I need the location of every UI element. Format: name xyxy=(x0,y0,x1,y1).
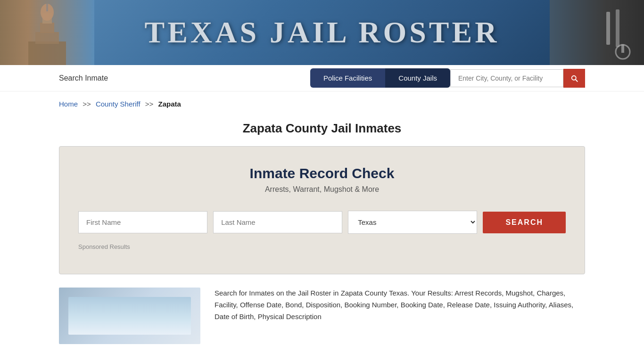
breadcrumb-separator-2: >> xyxy=(145,100,154,108)
page-title: Zapata County Jail Inmates xyxy=(0,121,644,136)
svg-rect-10 xyxy=(621,44,624,53)
breadcrumb-current: Zapata xyxy=(158,100,181,108)
first-name-input[interactable] xyxy=(78,211,207,233)
svg-rect-7 xyxy=(616,9,619,47)
police-facilities-button[interactable]: Police Facilities xyxy=(310,68,385,88)
svg-rect-1 xyxy=(35,32,59,44)
record-search-button[interactable]: SEARCH xyxy=(483,212,566,233)
search-inmate-label: Search Inmate xyxy=(59,74,108,82)
search-form-row: AlabamaAlaskaArizonaArkansasCaliforniaCo… xyxy=(78,211,566,234)
facility-search-button[interactable] xyxy=(563,69,585,88)
keys-icon xyxy=(550,0,644,65)
breadcrumb: Home >> County Sheriff >> Zapata xyxy=(0,91,644,113)
sponsored-label: Sponsored Results xyxy=(78,243,566,250)
breadcrumb-home-link[interactable]: Home xyxy=(59,100,78,108)
bottom-section: Search for Inmates on the Jail Roster in… xyxy=(0,288,644,344)
bottom-description: Search for Inmates on the Jail Roster in… xyxy=(215,288,585,344)
banner-left-image xyxy=(0,0,94,65)
county-jails-button[interactable]: County Jails xyxy=(385,68,450,88)
state-select[interactable]: AlabamaAlaskaArizonaArkansasCaliforniaCo… xyxy=(348,211,477,234)
site-title: Texas Jail Roster xyxy=(145,15,500,50)
banner-right-image xyxy=(550,0,644,65)
record-check-heading: Inmate Record Check xyxy=(78,165,566,181)
search-icon xyxy=(570,74,578,82)
nav-bar: Search Inmate Police Facilities County J… xyxy=(0,65,644,91)
record-check-subtitle: Arrests, Warrant, Mugshot & More xyxy=(78,185,566,194)
breadcrumb-separator-1: >> xyxy=(83,100,91,108)
svg-rect-8 xyxy=(606,12,610,45)
last-name-input[interactable] xyxy=(213,211,342,233)
svg-rect-2 xyxy=(40,23,54,33)
svg-rect-5 xyxy=(46,4,48,11)
nav-buttons: Police Facilities County Jails xyxy=(310,68,585,88)
facility-search-input[interactable] xyxy=(450,69,563,87)
page-title-area: Zapata County Jail Inmates xyxy=(0,113,644,146)
bottom-image xyxy=(59,288,200,344)
header-banner: Texas Jail Roster xyxy=(0,0,644,65)
breadcrumb-county-sheriff-link[interactable]: County Sheriff xyxy=(96,100,140,108)
capitol-icon xyxy=(9,4,85,65)
record-check-box: Inmate Record Check Arrests, Warrant, Mu… xyxy=(59,146,585,274)
svg-rect-6 xyxy=(550,0,644,65)
svg-rect-0 xyxy=(28,41,66,65)
